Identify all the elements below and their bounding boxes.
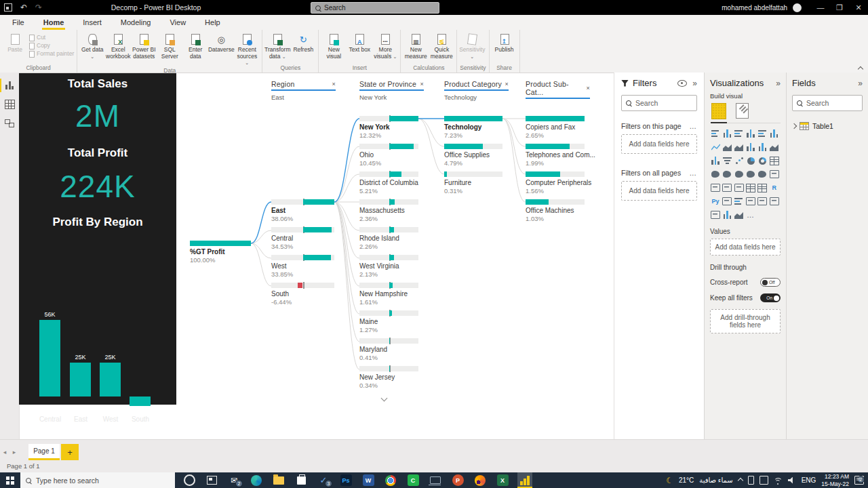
tray-weather-text[interactable]: سماء صافية <box>699 476 732 484</box>
build-visual-tab[interactable] <box>711 103 726 119</box>
taskbar-app-mail[interactable]: ✉2 <box>226 472 241 488</box>
viz-type-line-chart[interactable] <box>710 142 721 152</box>
undo-button[interactable]: ↶ <box>20 3 27 12</box>
quick-measure-button[interactable]: ≶ Quick measure <box>429 32 454 60</box>
copy-button[interactable]: Copy <box>28 42 74 49</box>
viz-type-map[interactable] <box>710 169 721 179</box>
viz-type-donut-chart[interactable] <box>757 156 768 165</box>
remove-level-button[interactable]: × <box>584 85 590 92</box>
collapse-visualizations-button[interactable]: » <box>776 79 781 88</box>
more-visuals-button[interactable]: ⋯ More visuals ⌄ <box>373 32 397 60</box>
viz-type-decomposition-tree[interactable] <box>734 197 745 206</box>
taskbar-app-powerpoint[interactable]: P <box>450 472 465 488</box>
remove-level-button[interactable]: × <box>330 81 336 87</box>
profit-bar-west[interactable] <box>100 363 121 396</box>
tree-node[interactable]: Central 34.53% <box>271 227 334 249</box>
viz-type-shape-map[interactable] <box>734 169 745 179</box>
menu-item[interactable]: Help <box>203 16 222 28</box>
tree-node[interactable]: East 38.06% <box>271 199 334 221</box>
titlebar-search-input[interactable]: Search <box>311 2 439 14</box>
snip-icon[interactable] <box>760 476 768 485</box>
publish-button[interactable]: ↥ Publish <box>492 32 517 54</box>
filters-search-input[interactable]: Search <box>621 95 697 111</box>
tree-node[interactable]: Ohio 10.45% <box>359 144 418 165</box>
tree-node[interactable]: Office Machines 1.03% <box>526 199 585 221</box>
viz-type-area-chart[interactable] <box>722 142 732 152</box>
avatar[interactable] <box>793 3 802 12</box>
section-more-button[interactable]: … <box>690 122 698 130</box>
cross-report-toggle[interactable]: Off <box>760 278 781 287</box>
viz-type-100-stacked-bar-chart[interactable] <box>757 129 768 138</box>
new-page-button[interactable]: + <box>61 444 79 460</box>
tray-overflow-button[interactable] <box>737 477 743 483</box>
weather-moon-icon[interactable]: ☾ <box>666 476 673 485</box>
tree-node[interactable]: Massachusetts 2.36% <box>359 199 418 221</box>
tree-node[interactable]: Furniture 0.31% <box>444 171 502 193</box>
viz-type-power-automate[interactable] <box>734 210 745 220</box>
viz-type-infographic[interactable] <box>769 169 780 179</box>
tree-node[interactable]: West Virginia 2.13% <box>359 255 418 277</box>
tree-node[interactable]: District of Columbia 5.21% <box>359 171 418 193</box>
previous-page-button[interactable]: ◂ <box>0 444 9 460</box>
sql-server-button[interactable]: SQL Server <box>157 32 182 60</box>
taskbar-app-to-do[interactable]: ✓3 <box>316 472 331 488</box>
tree-node[interactable]: South -6.44% <box>271 283 334 304</box>
refresh-button[interactable]: ↻ Refresh <box>291 32 315 54</box>
tree-node[interactable]: Maryland 0.41% <box>359 338 418 360</box>
menu-item[interactable]: Modeling <box>119 16 153 28</box>
redo-button[interactable]: ↷ <box>35 3 42 12</box>
tree-node[interactable]: Maine 1.27% <box>359 310 418 332</box>
menu-item[interactable]: View <box>168 16 187 28</box>
menu-item[interactable]: Insert <box>81 16 103 28</box>
volume-icon[interactable] <box>788 477 796 484</box>
profit-by-region-chart[interactable]: 56KCentral25KEast25KWest-7KSouth <box>19 304 176 429</box>
paste-button[interactable]: Paste <box>3 32 27 54</box>
tree-node[interactable]: New York 12.32% <box>359 116 418 138</box>
tree-node[interactable]: Computer Peripherals 1.56% <box>526 171 585 193</box>
viz-type-python-visual[interactable]: Py <box>710 197 721 206</box>
save-icon[interactable] <box>4 3 12 12</box>
section-more-button[interactable]: … <box>690 169 698 177</box>
values-dropzone[interactable]: Add data fields here <box>710 239 781 256</box>
fields-table-row[interactable]: Table1 <box>792 122 863 130</box>
wifi-icon[interactable] <box>774 477 783 484</box>
collapse-fields-button[interactable]: » <box>858 79 863 88</box>
profit-bar-south[interactable] <box>130 396 151 406</box>
model-view-button[interactable] <box>0 114 19 133</box>
report-view-button[interactable] <box>0 76 19 95</box>
account-name[interactable]: mohamed abdelfattah <box>722 4 787 12</box>
taskbar-app-firefox[interactable] <box>473 472 488 488</box>
excel-workbook-button[interactable]: X Excel workbook <box>106 32 130 60</box>
viz-type-line-and-clustered-column-chart[interactable] <box>757 142 768 152</box>
viz-type-qa-visual[interactable] <box>745 197 756 206</box>
viz-type-waterfall-chart[interactable] <box>710 156 721 165</box>
viz-type-azure-map[interactable] <box>745 169 756 179</box>
viz-type-clustered-column-chart[interactable] <box>745 129 756 138</box>
taskbar-search-input[interactable]: Type here to search <box>20 472 175 488</box>
viz-type-clustered-bar-chart[interactable] <box>734 129 745 138</box>
viz-type-table[interactable] <box>745 183 756 192</box>
transform-data-button[interactable]: Transform data ⌄ <box>265 32 290 60</box>
viz-type-stacked-bar-chart[interactable] <box>710 129 721 138</box>
taskbar-app-photoshop[interactable]: Ps <box>338 472 353 488</box>
viz-type-r-script-visual[interactable]: R <box>769 183 780 192</box>
keep-all-filters-toggle[interactable]: On <box>760 293 781 302</box>
eye-icon[interactable] <box>677 80 687 87</box>
menu-item[interactable]: File <box>11 16 26 28</box>
viz-type-scatter-chart[interactable] <box>734 156 745 165</box>
viz-type-stacked-area-chart[interactable] <box>734 142 745 152</box>
taskbar-app-task-view[interactable] <box>204 472 219 488</box>
fields-search-input[interactable]: Search <box>792 95 863 111</box>
taskbar-app-power-bi[interactable] <box>517 472 532 488</box>
new-visual-button[interactable]: New visual <box>321 32 346 60</box>
taskbar-app-edge[interactable] <box>249 472 264 488</box>
collapse-ribbon-button[interactable] <box>859 64 863 73</box>
expand-table-icon[interactable] <box>791 123 797 129</box>
viz-type-more-visuals[interactable]: … <box>745 210 756 220</box>
viz-type-line-and-stacked-column-chart[interactable] <box>745 142 756 152</box>
viz-type-metrics[interactable] <box>722 210 732 220</box>
tree-node[interactable]: Rhode Island 2.26% <box>359 227 418 249</box>
sensitivity-button[interactable]: Sensitivity⌄ <box>460 32 484 60</box>
taskbar-app-cortana[interactable] <box>182 472 197 488</box>
viz-type-filled-map[interactable] <box>722 169 732 179</box>
